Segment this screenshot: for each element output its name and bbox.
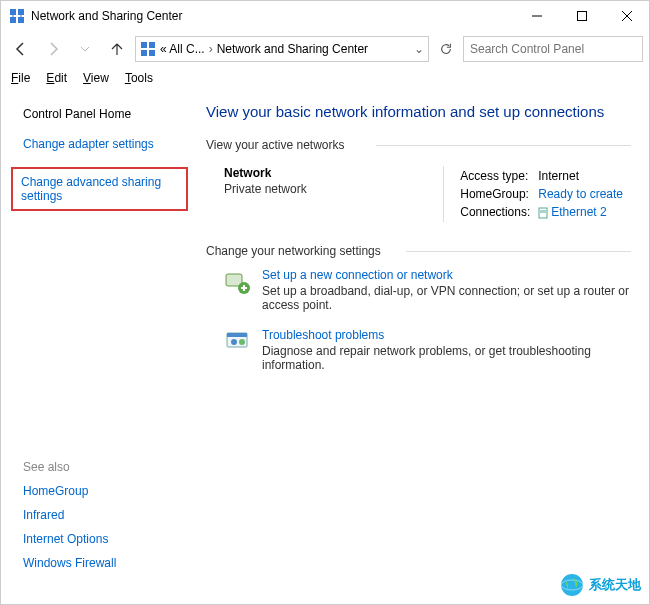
setup-connection-icon <box>224 268 252 296</box>
svg-rect-3 <box>18 17 24 23</box>
menu-view[interactable]: View <box>83 71 109 85</box>
chevron-down-icon[interactable]: ⌄ <box>414 42 424 56</box>
navigation-bar: « All C... › Network and Sharing Center … <box>1 31 649 67</box>
menu-tools[interactable]: Tools <box>125 71 153 85</box>
troubleshoot: Troubleshoot problems Diagnose and repai… <box>224 328 631 372</box>
close-button[interactable] <box>604 1 649 31</box>
connection-link[interactable]: Ethernet 2 <box>538 204 629 220</box>
see-also-homegroup[interactable]: HomeGroup <box>23 484 184 498</box>
network-name: Network <box>224 166 443 180</box>
refresh-button[interactable] <box>433 36 459 62</box>
see-also-infrared[interactable]: Infrared <box>23 508 184 522</box>
svg-rect-1 <box>18 9 24 15</box>
access-type-value: Internet <box>538 168 629 184</box>
up-button[interactable] <box>103 35 131 63</box>
body: Control Panel Home Change adapter settin… <box>1 89 649 592</box>
svg-rect-13 <box>149 50 155 56</box>
minimize-button[interactable] <box>514 1 559 31</box>
svg-rect-2 <box>10 17 16 23</box>
maximize-button[interactable] <box>559 1 604 31</box>
forward-button[interactable] <box>39 35 67 63</box>
menu-bar: File Edit View Tools <box>1 67 649 89</box>
globe-icon <box>559 572 585 598</box>
svg-point-24 <box>561 574 583 596</box>
sidebar-home[interactable]: Control Panel Home <box>23 107 184 121</box>
ethernet-icon <box>538 207 548 219</box>
network-center-icon <box>140 41 156 57</box>
svg-point-22 <box>231 339 237 345</box>
sidebar-adapter-settings[interactable]: Change adapter settings <box>23 137 184 151</box>
section-networking-settings: Change your networking settings <box>206 244 631 258</box>
setup-connection: Set up a new connection or network Set u… <box>224 268 631 312</box>
section-active-networks: View your active networks <box>206 138 631 152</box>
see-also-internet-options[interactable]: Internet Options <box>23 532 184 546</box>
breadcrumb-item[interactable]: Network and Sharing Center <box>217 42 368 56</box>
connections-label: Connections: <box>460 204 536 220</box>
breadcrumb[interactable]: « All C... › Network and Sharing Center … <box>135 36 429 62</box>
network-type: Private network <box>224 182 443 196</box>
access-type-label: Access type: <box>460 168 536 184</box>
svg-rect-21 <box>227 333 247 337</box>
menu-edit[interactable]: Edit <box>46 71 67 85</box>
see-also-firewall[interactable]: Windows Firewall <box>23 556 184 570</box>
sidebar-advanced-sharing[interactable]: Change advanced sharing settings <box>21 175 178 203</box>
breadcrumb-item[interactable]: « All C... <box>160 42 205 56</box>
main-content: View your basic network information and … <box>196 89 649 592</box>
highlighted-region: Change advanced sharing settings <box>11 167 188 211</box>
search-input[interactable] <box>470 42 636 56</box>
homegroup-label: HomeGroup: <box>460 186 536 202</box>
svg-rect-10 <box>141 42 147 48</box>
setup-connection-desc: Set up a broadband, dial-up, or VPN conn… <box>262 284 631 312</box>
active-network: Network Private network Access type: Int… <box>224 166 631 222</box>
page-heading: View your basic network information and … <box>206 103 631 120</box>
back-button[interactable] <box>7 35 35 63</box>
watermark-text: 系统天地 <box>589 576 641 594</box>
recent-dropdown[interactable] <box>71 35 99 63</box>
troubleshoot-icon <box>224 328 252 356</box>
window-title: Network and Sharing Center <box>31 9 514 23</box>
svg-rect-12 <box>141 50 147 56</box>
window-controls <box>514 1 649 31</box>
see-also-label: See also <box>23 460 184 474</box>
homegroup-link[interactable]: Ready to create <box>538 186 629 202</box>
watermark: 系统天地 <box>559 572 641 598</box>
svg-rect-7 <box>577 12 586 21</box>
setup-connection-link[interactable]: Set up a new connection or network <box>262 268 631 282</box>
search-box[interactable] <box>463 36 643 62</box>
network-center-icon <box>9 8 25 24</box>
svg-point-23 <box>239 339 245 345</box>
chevron-right-icon: › <box>209 42 213 56</box>
svg-rect-0 <box>10 9 16 15</box>
title-bar: Network and Sharing Center <box>1 1 649 31</box>
troubleshoot-link[interactable]: Troubleshoot problems <box>262 328 631 342</box>
svg-rect-11 <box>149 42 155 48</box>
menu-file[interactable]: File <box>11 71 30 85</box>
sidebar: Control Panel Home Change adapter settin… <box>1 89 196 592</box>
troubleshoot-desc: Diagnose and repair network problems, or… <box>262 344 631 372</box>
